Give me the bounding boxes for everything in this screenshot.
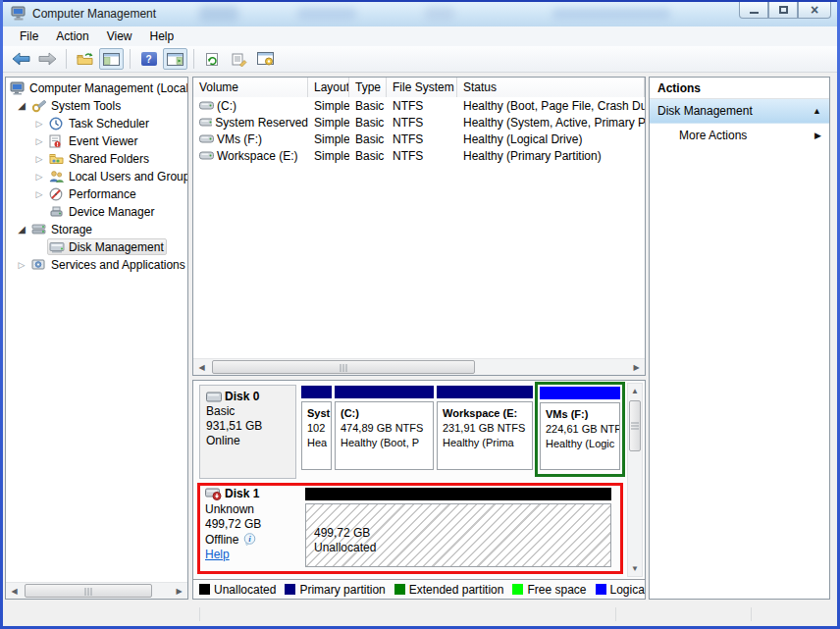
partition-bar-c (335, 386, 434, 398)
column-header-volume[interactable]: Volume (193, 78, 308, 97)
computer-management-window: Computer Management × File Action View H… (0, 0, 840, 629)
scroll-left-icon[interactable]: ◀ (6, 583, 23, 600)
scroll-left-icon[interactable]: ◀ (193, 359, 210, 376)
volume-list-horizontal-scrollbar[interactable]: ◀ ▶ (193, 358, 645, 375)
maximize-button[interactable] (768, 2, 798, 19)
legend-swatch (285, 584, 295, 595)
tree-horizontal-scrollbar[interactable]: ◀ ▶ (6, 582, 187, 599)
partition-vms[interactable]: VMs (F:) 224,61 GB NTF Healthy (Logic (540, 402, 620, 470)
properties-button[interactable] (227, 48, 251, 70)
help-button[interactable]: ? (136, 48, 161, 70)
scroll-right-icon[interactable]: ▶ (628, 359, 645, 376)
volume-icon (199, 101, 214, 110)
volume-icon (199, 134, 214, 143)
partition-c[interactable]: (C:) 474,89 GB NTFS Healthy (Boot, P (335, 401, 434, 470)
tree-item-storage[interactable]: ◢ Storage (6, 221, 187, 238)
volume-row-vms[interactable]: VMs (F:) Simple Basic NTFS Healthy (Logi… (193, 131, 645, 147)
scroll-down-icon[interactable]: ▼ (628, 561, 642, 576)
tree-item-performance[interactable]: ▷ Performance (6, 185, 187, 203)
tree-item-event-viewer[interactable]: ▷ Event Viewer (6, 132, 187, 150)
status-divider (615, 607, 616, 621)
more-actions-item[interactable]: More Actions ▶ (650, 124, 829, 148)
forward-icon (38, 52, 57, 66)
refresh-icon (205, 52, 220, 67)
partition-workspace[interactable]: Workspace (E: 231,91 GB NTFS Healthy (Pr… (437, 401, 533, 470)
status-divider (199, 607, 200, 621)
tree-item-device-manager[interactable]: Device Manager (6, 203, 187, 221)
show-console-tree-button[interactable] (99, 48, 124, 70)
glass-reflection (297, 8, 356, 20)
scroll-thumb[interactable] (25, 584, 152, 598)
close-button[interactable]: × (798, 2, 831, 19)
collapse-arrow-icon[interactable]: ▲ (813, 99, 821, 124)
partition-system-reserved[interactable]: Syst 102 Hea (301, 401, 332, 470)
partition-bar-vms (540, 387, 620, 399)
scroll-right-icon[interactable]: ▶ (171, 583, 187, 600)
unallocated-region[interactable]: 499,72 GB Unallocated (305, 503, 611, 567)
tree-item-disk-management[interactable]: Disk Management (6, 238, 187, 256)
info-icon[interactable]: i (242, 533, 256, 547)
volume-list-panel: Volume Layout Type File System Status (C… (192, 77, 646, 376)
tree-item-task-scheduler[interactable]: ▷ Task Scheduler (6, 115, 187, 132)
status-bar (3, 603, 837, 626)
legend-swatch (512, 584, 523, 595)
actions-group-disk-management[interactable]: Disk Management ▲ (650, 99, 829, 124)
glass-reflection (425, 7, 454, 21)
tree-item-system-tools[interactable]: ◢ System Tools (6, 97, 187, 115)
title-bar[interactable]: Computer Management × (3, 2, 837, 26)
back-button[interactable] (9, 48, 33, 70)
scroll-up-icon[interactable]: ▲ (628, 384, 642, 398)
disk1-label-cell[interactable]: Disk 1 Unknown 499,72 GB Offline i Help (205, 487, 261, 563)
collapsed-icon[interactable]: ▷ (33, 115, 45, 132)
column-header-status[interactable]: Status (457, 78, 645, 97)
partition-bar-system-reserved (301, 386, 332, 398)
menu-action[interactable]: Action (47, 27, 97, 45)
submenu-arrow-icon: ▶ (814, 124, 821, 148)
collapsed-icon[interactable]: ▷ (33, 168, 45, 185)
tree-item-shared-folders[interactable]: ▷ Shared Folders (6, 150, 187, 168)
menu-help[interactable]: Help (141, 27, 184, 45)
tree-item-services-applications[interactable]: ▷ Services and Applications (6, 256, 187, 274)
column-header-layout[interactable]: Layout (308, 78, 349, 97)
scroll-thumb[interactable] (629, 400, 641, 451)
collapsed-icon[interactable]: ▷ (33, 185, 45, 203)
close-icon: × (811, 3, 818, 17)
show-action-pane-button[interactable] (163, 48, 187, 70)
expanded-icon[interactable]: ◢ (16, 221, 27, 238)
console-tree-panel: Computer Management (Local ◢ System Tool… (5, 77, 188, 600)
properties-icon (232, 52, 247, 67)
collapsed-icon[interactable]: ▷ (33, 150, 45, 168)
legend-primary-partition: Primary partition (285, 583, 385, 597)
refresh-button[interactable] (200, 48, 225, 70)
minimize-button[interactable] (739, 2, 768, 19)
volume-icon (199, 118, 212, 127)
column-header-type[interactable]: Type (349, 78, 387, 97)
forward-button[interactable] (35, 48, 60, 70)
help-topics-button[interactable] (253, 48, 278, 70)
expanded-icon[interactable]: ◢ (16, 97, 27, 115)
menu-file[interactable]: File (11, 27, 47, 45)
volume-row-c[interactable]: (C:) Simple Basic NTFS Healthy (Boot, Pa… (193, 97, 645, 114)
help-link[interactable]: Help (205, 548, 230, 561)
scroll-thumb[interactable] (212, 360, 475, 374)
legend-extended-partition: Extended partition (394, 583, 504, 597)
tree-item-local-users-groups[interactable]: ▷ Local Users and Groups (6, 168, 187, 185)
tree-item-computer-management[interactable]: Computer Management (Local (6, 79, 187, 97)
disk0-label-cell[interactable]: Disk 0 Basic 931,51 GB Online (199, 385, 296, 479)
disk-icon (206, 392, 223, 402)
collapsed-icon[interactable]: ▷ (33, 132, 45, 150)
help-topics-icon (257, 52, 274, 66)
volume-row-workspace[interactable]: Workspace (E:) Simple Basic NTFS Healthy… (193, 147, 645, 164)
action-pane-icon (167, 53, 184, 66)
volume-row-system-reserved[interactable]: System Reserved Simple Basic NTFS Health… (193, 114, 645, 131)
help-icon: ? (141, 52, 157, 66)
disk-panel-vertical-scrollbar[interactable]: ▲ ▼ (627, 383, 643, 577)
menu-view[interactable]: View (98, 27, 141, 45)
collapsed-icon[interactable]: ▷ (16, 256, 27, 274)
disk0-state: Online (206, 434, 295, 448)
legend-swatch (596, 584, 606, 595)
toolbar-separator (193, 49, 194, 69)
up-folder-button[interactable] (73, 48, 97, 70)
console-tree-icon (103, 53, 120, 66)
column-header-file-system[interactable]: File System (387, 78, 457, 97)
